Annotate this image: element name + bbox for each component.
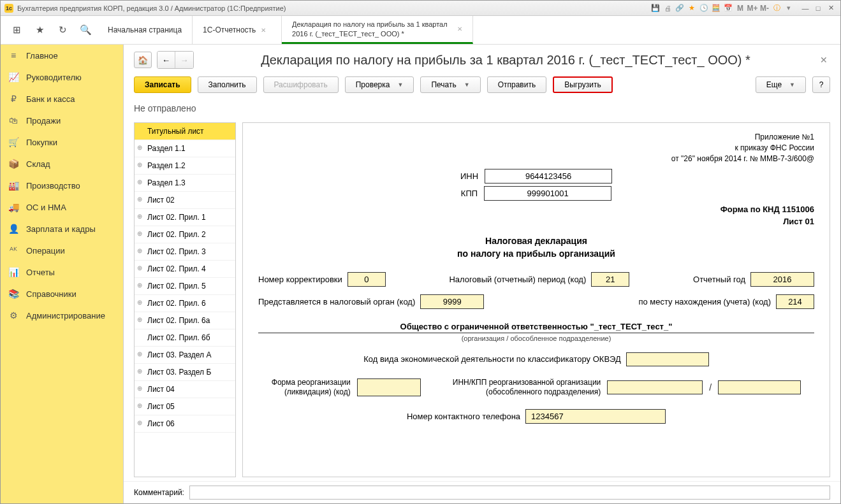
period-field[interactable]: 21 bbox=[591, 272, 629, 287]
window-minimize[interactable]: — bbox=[800, 3, 811, 13]
history-icon[interactable]: ↻ bbox=[57, 24, 68, 36]
export-button[interactable]: Выгрузить bbox=[553, 76, 613, 93]
tab-close-icon[interactable]: ✕ bbox=[261, 27, 266, 34]
tab-reporting[interactable]: 1С-Отчетность✕ bbox=[193, 16, 282, 44]
period-label: Налоговый (отчетный) период (код) bbox=[449, 275, 586, 284]
tool-calendar-icon[interactable]: 📅 bbox=[723, 3, 733, 13]
sidebar-item-salary[interactable]: 👤Зарплата и кадры bbox=[1, 218, 123, 240]
tool-print-icon[interactable]: 🖨 bbox=[662, 3, 673, 13]
chevron-down-icon: ▼ bbox=[397, 82, 403, 88]
fill-button[interactable]: Заполнить bbox=[198, 76, 257, 93]
sidebar-item-manager[interactable]: 📈Руководителю bbox=[1, 66, 123, 88]
search-icon[interactable]: 🔍 bbox=[80, 24, 91, 36]
tree-item[interactable]: Лист 02. Прил. 3 bbox=[135, 243, 235, 261]
apps-icon[interactable]: ⊞ bbox=[11, 24, 22, 36]
page-title: Декларация по налогу на прибыль за 1 ква… bbox=[199, 53, 812, 68]
tree-item[interactable]: Лист 02 bbox=[135, 192, 235, 209]
tool-save-icon[interactable]: 💾 bbox=[650, 3, 661, 13]
comment-input[interactable] bbox=[189, 486, 830, 500]
window-maximize[interactable]: □ bbox=[812, 3, 824, 13]
print-button[interactable]: Печать▼ bbox=[420, 76, 480, 93]
favorites-icon[interactable]: ★ bbox=[34, 24, 45, 36]
tree-item[interactable]: Лист 02. Прил. 1 bbox=[135, 209, 235, 226]
sidebar-item-sales[interactable]: 🛍Продажи bbox=[1, 110, 123, 131]
sidebar-item-bank[interactable]: ₽Банк и касса bbox=[1, 88, 123, 110]
tree-item[interactable]: Лист 05 bbox=[135, 398, 235, 415]
corr-field[interactable]: 0 bbox=[347, 272, 386, 287]
ruble-icon: ₽ bbox=[8, 94, 18, 104]
tree-item[interactable]: Лист 02. Прил. 6 bbox=[135, 295, 235, 312]
tree-item[interactable]: Лист 02. Прил. 6б bbox=[135, 329, 235, 347]
tool-calc-icon[interactable]: 🧮 bbox=[711, 3, 721, 13]
tree-item[interactable]: Лист 03. Раздел Б bbox=[135, 364, 235, 381]
appendix-line: от "26" ноября 2014 г. № ММВ-7-3/600@ bbox=[258, 154, 814, 164]
cart-icon: 🛒 bbox=[8, 137, 18, 147]
tree-item[interactable]: Лист 02. Прил. 6а bbox=[135, 312, 235, 329]
comment-label: Комментарий: bbox=[134, 488, 184, 497]
home-button[interactable]: 🏠 bbox=[134, 52, 152, 68]
kpp-field[interactable]: 999901001 bbox=[484, 186, 611, 201]
form-panel: Приложение №1 к приказу ФНС России от "2… bbox=[242, 122, 830, 477]
tool-clock-icon[interactable]: 🕓 bbox=[699, 3, 709, 13]
tool-star-icon[interactable]: ★ bbox=[687, 3, 697, 13]
sidebar-item-admin[interactable]: ⚙Администрирование bbox=[1, 305, 123, 326]
tree-item[interactable]: Лист 03. Раздел А bbox=[135, 347, 235, 364]
tree-item[interactable]: Лист 02. Прил. 2 bbox=[135, 226, 235, 243]
more-button[interactable]: Еще▼ bbox=[756, 76, 806, 93]
check-button[interactable]: Проверка▼ bbox=[345, 76, 414, 93]
tab-start[interactable]: Начальная страница bbox=[98, 16, 193, 44]
decl-title-1: Налоговая декларация bbox=[258, 235, 814, 248]
close-page-button[interactable]: ✕ bbox=[817, 52, 830, 68]
tab-declaration[interactable]: Декларация по налогу на прибыль за 1 ква… bbox=[282, 16, 473, 44]
phone-field[interactable]: 1234567 bbox=[525, 409, 666, 424]
help-button[interactable]: ? bbox=[812, 76, 830, 93]
organ-field[interactable]: 9999 bbox=[420, 294, 484, 309]
sidebar-item-main[interactable]: ≡Главное bbox=[1, 45, 123, 66]
sidebar-item-production[interactable]: 🏭Производство bbox=[1, 175, 123, 196]
sidebar-item-warehouse[interactable]: 📦Склад bbox=[1, 153, 123, 175]
tool-dropdown-icon[interactable]: ▾ bbox=[784, 3, 794, 13]
reorg-code-field[interactable] bbox=[357, 378, 421, 396]
okved-field[interactable] bbox=[626, 352, 709, 366]
tree-item[interactable]: Лист 02. Прил. 5 bbox=[135, 278, 235, 295]
tool-m-plus[interactable]: M+ bbox=[747, 3, 757, 13]
sidebar-item-assets[interactable]: 🚚ОС и НМА bbox=[1, 196, 123, 218]
tool-m[interactable]: M bbox=[735, 3, 745, 13]
year-label: Отчетный год bbox=[693, 275, 745, 284]
sidebar-item-reports[interactable]: 📊Отчеты bbox=[1, 261, 123, 283]
tool-m-minus[interactable]: M- bbox=[759, 3, 770, 13]
bars-icon: 📊 bbox=[8, 267, 18, 277]
year-field[interactable]: 2016 bbox=[750, 272, 814, 287]
chart-icon: 📈 bbox=[8, 72, 18, 82]
gear-icon: ⚙ bbox=[8, 310, 18, 320]
tool-link-icon[interactable]: 🔗 bbox=[675, 3, 685, 13]
tree-item[interactable]: Раздел 1.2 bbox=[135, 157, 235, 175]
forward-button[interactable]: → bbox=[175, 52, 193, 68]
sidebar-item-catalogs[interactable]: 📚Справочники bbox=[1, 283, 123, 305]
tree-item[interactable]: Лист 04 bbox=[135, 381, 235, 398]
chevron-down-icon: ▼ bbox=[464, 82, 470, 88]
tree-item[interactable]: Раздел 1.3 bbox=[135, 175, 235, 192]
place-field[interactable]: 214 bbox=[776, 294, 814, 309]
send-button[interactable]: Отправить bbox=[487, 76, 547, 93]
tree-item[interactable]: Титульный лист bbox=[135, 123, 235, 140]
tool-info-icon[interactable]: ⓘ bbox=[772, 3, 782, 13]
sidebar-item-purchases[interactable]: 🛒Покупки bbox=[1, 131, 123, 153]
menu-icon: ≡ bbox=[8, 50, 18, 61]
reorg-label1: Форма реорганизации bbox=[272, 378, 351, 388]
save-button[interactable]: Записать bbox=[134, 76, 191, 93]
tree-item[interactable]: Лист 02. Прил. 4 bbox=[135, 261, 235, 278]
organ-label: Представляется в налоговый орган (код) bbox=[258, 297, 415, 306]
reorg-inn-label2: (обособленного подразделения) bbox=[453, 387, 601, 398]
tree-item[interactable]: Раздел 1.1 bbox=[135, 140, 235, 157]
back-button[interactable]: ← bbox=[157, 52, 175, 68]
tree-item[interactable]: Лист 06 bbox=[135, 415, 235, 433]
sidebar-item-operations[interactable]: ᴬᴷОперации bbox=[1, 240, 123, 261]
inn-field[interactable]: 9644123456 bbox=[485, 169, 612, 184]
person-icon: 👤 bbox=[8, 224, 18, 234]
reorg-kpp-field[interactable] bbox=[718, 380, 801, 394]
reorg-inn-field[interactable] bbox=[607, 380, 703, 394]
sheet-label: Лист 01 bbox=[783, 217, 814, 226]
tab-close-icon[interactable]: ✕ bbox=[457, 25, 462, 32]
window-close[interactable]: ✕ bbox=[825, 3, 837, 13]
